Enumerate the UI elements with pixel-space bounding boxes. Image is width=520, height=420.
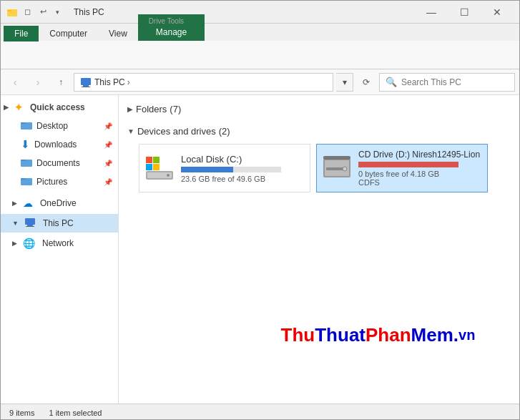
svg-rect-4 [82, 87, 90, 87]
watermark-phan: Phan [366, 324, 411, 346]
sidebar-desktop-label: Desktop [36, 121, 68, 131]
watermark-thu: Thu [281, 324, 315, 346]
tab-file[interactable]: File [4, 26, 39, 41]
search-input[interactable] [401, 77, 509, 87]
address-path[interactable]: This PC › [74, 73, 333, 92]
devices-label: Devices and drives [137, 126, 216, 137]
path-segment-thispc: This PC [94, 77, 125, 87]
drive-d-name: CD Drive (D:) Niresh12495-Lion [358, 150, 481, 160]
svg-rect-3 [83, 85, 89, 87]
downloads-icon: ⬇ [21, 138, 30, 151]
drive-c-bar [181, 167, 233, 172]
svg-rect-16 [146, 164, 152, 170]
sidebar-item-downloads[interactable]: ⬇ Downloads 📌 [1, 135, 118, 154]
status-bar: 9 items 1 item selected [1, 404, 519, 420]
folders-count: (7) [170, 104, 181, 114]
address-dropdown-button[interactable]: ▾ [336, 73, 353, 92]
watermark: Thu Thuat Phan Mem . vn [237, 324, 519, 346]
sidebar: ▶ ✦ Quick access Desktop 📌 ⬇ Downloads 📌… [1, 95, 119, 404]
minimize-button[interactable]: — [415, 1, 448, 24]
drive-d-icon [323, 154, 351, 182]
pin-icon-2: 📌 [104, 141, 112, 149]
svg-rect-12 [27, 225, 33, 226]
devices-chevron-icon: ▼ [127, 127, 134, 135]
main-layout: ▶ ✦ Quick access Desktop 📌 ⬇ Downloads 📌… [1, 95, 519, 404]
manage-tab-label[interactable]: Manage [149, 26, 194, 39]
sidebar-item-thispc[interactable]: ▼ This PC [1, 214, 118, 233]
watermark-dot: . [453, 324, 458, 346]
window-controls: — ☐ ✕ [415, 1, 514, 24]
sidebar-quick-access-label: Quick access [30, 102, 85, 112]
chevron-right-icon: ▶ [4, 104, 9, 111]
drive-d-fs: CDFS [358, 178, 481, 187]
title-bar-icons: ◻ ↩ ▾ [6, 6, 62, 19]
drive-d-info: CD Drive (D:) Niresh12495-Lion 0 bytes f… [358, 150, 481, 187]
search-box[interactable]: 🔍 [379, 73, 515, 92]
pin-icon-4: 📌 [104, 178, 112, 186]
watermark-mem: Mem [411, 324, 453, 346]
chevron-right-icon-3: ▶ [12, 240, 17, 247]
devices-section-header[interactable]: ▼ Devices and drives (2) [127, 123, 511, 140]
tab-view[interactable]: View [98, 26, 138, 41]
sidebar-item-desktop[interactable]: Desktop 📌 [1, 117, 118, 135]
watermark-vn: vn [458, 327, 475, 343]
title-bar: ◻ ↩ ▾ This PC — ☐ ✕ [1, 1, 519, 24]
forward-button[interactable]: › [28, 72, 48, 92]
up-button[interactable]: ↑ [51, 72, 71, 92]
computer-icon [24, 218, 36, 230]
folder-blue-icon [21, 120, 32, 132]
sidebar-item-documents[interactable]: Documents 📌 [1, 154, 118, 172]
pin-icon-3: 📌 [104, 160, 112, 167]
svg-rect-17 [153, 164, 160, 170]
drive-c-info: Local Disk (C:) 23.6 GB free of 49.6 GB [181, 154, 304, 183]
folders-chevron-icon: ▶ [127, 105, 133, 113]
drive-d-space: 0 bytes free of 4.18 GB [358, 170, 481, 178]
network-icon: 🌐 [23, 238, 35, 249]
folder-docs-icon [21, 157, 32, 170]
sidebar-item-onedrive[interactable]: ▶ ☁ OneDrive [1, 194, 118, 213]
search-icon: 🔍 [386, 77, 397, 87]
drive-d-bar [358, 162, 458, 167]
window-icon [6, 6, 18, 18]
close-button[interactable]: ✕ [481, 1, 514, 24]
svg-rect-2 [81, 78, 91, 85]
chevron-down-icon: ▼ [12, 220, 19, 227]
svg-rect-11 [25, 218, 35, 225]
address-bar: ‹ › ↑ This PC › ▾ ⟳ 🔍 [1, 69, 519, 95]
sidebar-item-network[interactable]: ▶ 🌐 Network [1, 234, 118, 253]
sidebar-item-pictures[interactable]: Pictures 📌 [1, 172, 118, 191]
tab-computer[interactable]: Computer [39, 26, 98, 41]
svg-rect-25 [323, 156, 350, 160]
sidebar-item-quick-access[interactable]: ▶ ✦ Quick access [1, 98, 118, 117]
svg-rect-1 [7, 10, 11, 11]
drive-c-name: Local Disk (C:) [181, 154, 304, 165]
status-selected: 1 item selected [49, 409, 102, 417]
devices-count: (2) [219, 126, 230, 137]
svg-rect-15 [153, 157, 160, 163]
svg-rect-14 [146, 157, 152, 163]
maximize-button[interactable]: ☐ [448, 1, 481, 24]
qat-btn-1[interactable]: ◻ [21, 6, 34, 19]
folders-section-header[interactable]: ▶ Folders (7) [127, 101, 511, 117]
qat-btn-2[interactable]: ↩ [36, 6, 49, 19]
svg-rect-6 [21, 122, 26, 124]
ribbon-tab-bar: File Computer View Drive Tools Manage [1, 24, 519, 41]
pin-icon: 📌 [104, 122, 112, 130]
chevron-right-icon-2: ▶ [12, 200, 17, 207]
watermark-thuat: Thuat [315, 324, 366, 346]
sidebar-documents-label: Documents [36, 158, 80, 168]
content-area: ▶ Folders (7) ▼ Devices and drives (2) [119, 95, 519, 404]
drive-c-space: 23.6 GB free of 49.6 GB [181, 175, 304, 183]
computer-path-icon [80, 77, 92, 88]
onedrive-icon: ☁ [23, 197, 33, 209]
tab-drive-tools[interactable]: Drive Tools Manage [138, 14, 205, 41]
refresh-button[interactable]: ⟳ [356, 72, 376, 92]
window-title: This PC [74, 7, 104, 17]
drive-c-item[interactable]: Local Disk (C:) 23.6 GB free of 49.6 GB [139, 144, 310, 192]
ribbon-content [1, 41, 519, 69]
qat-dropdown[interactable]: ▾ [52, 6, 62, 19]
svg-rect-23 [326, 167, 343, 170]
drive-tools-label: Drive Tools [149, 17, 194, 25]
drive-d-item[interactable]: CD Drive (D:) Niresh12495-Lion 0 bytes f… [316, 144, 488, 192]
back-button[interactable]: ‹ [5, 72, 25, 92]
